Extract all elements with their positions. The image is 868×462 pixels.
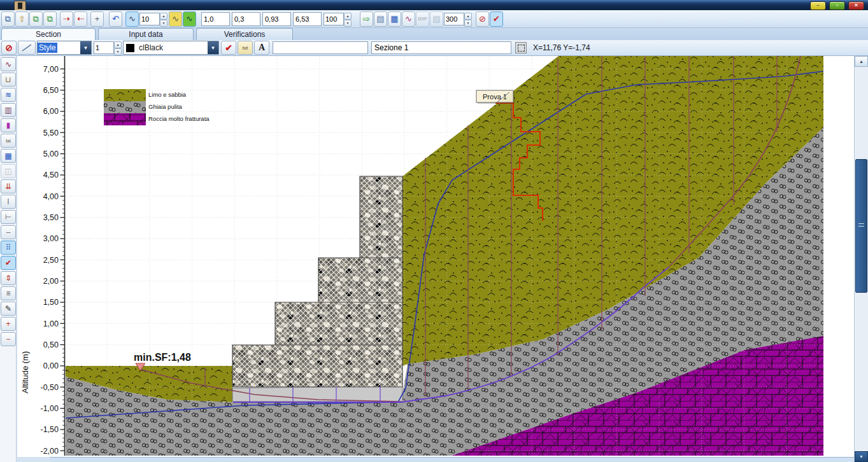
draw-pen-button[interactable]: ✎ (1, 302, 16, 316)
spin-up-icon[interactable]: ▲ (160, 13, 167, 20)
no-draw-button[interactable]: ⊘ (1, 41, 17, 55)
export-section-button[interactable]: ⧉ (29, 11, 43, 27)
add-vertices-icon: ⇢ (63, 14, 70, 24)
add-vertex-button[interactable]: + (1, 317, 16, 331)
font-icon: A (259, 43, 265, 53)
copy-button[interactable]: ⧉ (1, 11, 15, 27)
dropdown-arrow-icon[interactable]: ▼ (80, 41, 91, 54)
axis-tick-label: -1,00 (41, 404, 59, 413)
spin-down-icon[interactable]: ▼ (160, 20, 167, 27)
spin-down-icon[interactable]: ▼ (464, 20, 472, 27)
import-section-button[interactable]: ⧉ (43, 11, 57, 27)
report-button[interactable]: ▤ (430, 11, 443, 27)
spin-down-icon[interactable]: ▼ (114, 48, 122, 55)
print-button[interactable]: ▤ (374, 11, 387, 27)
dpi-spinner-input[interactable] (444, 13, 464, 25)
axis-tick-label: 4,00 (43, 192, 59, 201)
notes-button[interactable]: ≡ (1, 286, 16, 300)
spin-up-icon[interactable]: ▲ (344, 13, 352, 20)
notes-icon: ≡ (6, 289, 10, 298)
param4-field[interactable] (293, 12, 322, 26)
measure-button[interactable]: ⇕ (1, 271, 16, 285)
maximize-button-button[interactable]: ▫ (829, 1, 845, 10)
grid-snap-button[interactable]: ⠿ (1, 241, 16, 255)
section-name-input[interactable] (371, 41, 511, 54)
interval-spinner[interactable]: ▲▼ (139, 13, 167, 25)
scroll-down-button[interactable]: ▼ (855, 451, 868, 462)
undo-button[interactable]: ↶ (109, 11, 122, 27)
curve-green-button[interactable]: ∿ (183, 11, 196, 27)
water-table-button[interactable]: ≋ (1, 88, 16, 102)
anchor-button[interactable]: ⊢ (1, 210, 16, 224)
export-button[interactable]: ⇨ (360, 11, 373, 27)
horizontal-scrollbar[interactable] (50, 457, 854, 462)
width-spinner[interactable]: ▲▼ (94, 41, 122, 54)
text-button[interactable]: txt (238, 41, 253, 55)
borehole-button[interactable]: ▥ (1, 103, 16, 117)
add-point-button[interactable]: + (90, 11, 104, 27)
scrollbar-thumb[interactable] (855, 159, 867, 293)
verify-check-icon: ✔ (5, 258, 11, 267)
minimize-button-button[interactable]: – (810, 1, 826, 10)
param1-field[interactable] (201, 12, 230, 26)
draw-pen-icon: ✎ (5, 304, 11, 313)
add-vertex-icon: + (6, 319, 10, 328)
width-input[interactable] (94, 41, 114, 54)
beam-button[interactable]: – (1, 225, 16, 239)
profile-view-button[interactable]: ∿ (125, 11, 139, 27)
confirm-style-button[interactable]: ✔ (221, 41, 236, 55)
remove-vertices-button[interactable]: ⇠ (74, 11, 87, 27)
interval-spinner-input[interactable] (139, 13, 160, 25)
test-label[interactable]: Prova 1 (476, 90, 515, 104)
anchor-icon: ⊢ (5, 213, 11, 221)
table-button[interactable]: ▦ (388, 11, 401, 27)
line-style-button[interactable] (18, 41, 36, 55)
open-button[interactable]: ⇧ (15, 11, 29, 27)
column-button[interactable]: I (1, 195, 16, 209)
axis-tick-label: 3,50 (43, 213, 59, 222)
tab-input-data[interactable]: Input data (98, 28, 194, 40)
dxf-export-icon: DXF (418, 17, 427, 21)
app-icon (14, 1, 26, 11)
chart-button[interactable]: ∿ (402, 11, 415, 27)
dropdown-arrow-icon[interactable]: ▼ (208, 41, 218, 54)
dpi-spinner[interactable]: ▲▼ (444, 13, 472, 25)
param3-field[interactable] (262, 12, 291, 26)
cancel-button[interactable]: ⊘ (476, 11, 489, 27)
tab-section[interactable]: Section (1, 28, 96, 40)
curve-yellow-button[interactable]: ∿ (169, 11, 182, 27)
label-input[interactable] (273, 41, 368, 54)
section-canvas[interactable]: Limo e sabbiaGhiaia pulitaRoccia molto f… (17, 56, 854, 457)
style-combobox[interactable]: Style ▼ (37, 41, 92, 55)
scale-spinner[interactable]: ▲▼ (324, 13, 352, 25)
text-tool-button[interactable]: txt (1, 134, 16, 148)
spin-down-icon[interactable]: ▼ (344, 20, 352, 27)
pile-button[interactable]: ▮ (1, 118, 16, 132)
dxf-export-button[interactable]: DXF (416, 11, 429, 27)
param2-field[interactable] (232, 12, 260, 26)
color-value: clBlack (137, 43, 208, 52)
scroll-up-button[interactable]: ▲ (855, 56, 868, 67)
channel-button[interactable]: ⊔ (1, 73, 16, 87)
scale-spinner-input[interactable] (324, 13, 344, 25)
table-tool-button[interactable]: ▦ (1, 149, 16, 163)
print-preview-button[interactable]: ◫ (1, 164, 16, 178)
undo-icon: ↶ (112, 14, 119, 24)
dashed-square-icon (518, 45, 525, 52)
verify-check-button[interactable]: ✔ (1, 256, 16, 270)
font-button[interactable]: A (254, 41, 269, 55)
remove-vertex-button[interactable]: − (1, 332, 16, 346)
add-vertices-button[interactable]: ⇢ (60, 11, 73, 27)
apply-button[interactable]: ✔ (490, 11, 503, 27)
load-arrows-button[interactable]: ⇊ (1, 179, 16, 193)
close-button-button[interactable]: × (848, 1, 864, 10)
window-controls: –▫× (810, 1, 864, 10)
spin-up-icon[interactable]: ▲ (464, 13, 472, 20)
region-select-button[interactable] (515, 42, 527, 53)
spin-up-icon[interactable]: ▲ (114, 41, 122, 48)
tab-verifications[interactable]: Verifications (196, 28, 293, 40)
color-swatch (126, 44, 134, 52)
color-combobox[interactable]: clBlack ▼ (123, 41, 219, 55)
vertical-scrollbar[interactable]: ▲ ▼ (854, 56, 868, 462)
section-curve-button[interactable]: ∿ (1, 57, 16, 71)
